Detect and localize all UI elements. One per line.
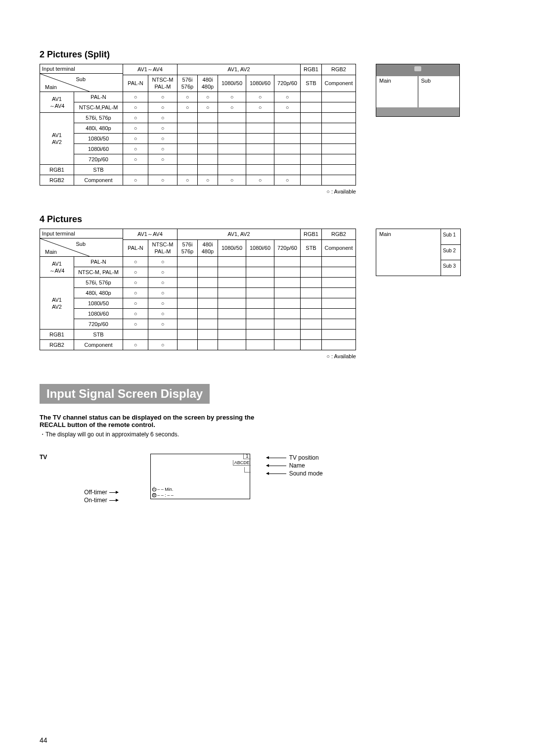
cell — [301, 330, 322, 340]
cell: AV1, AV2 — [178, 64, 301, 75]
diagram-split: Main Sub — [376, 64, 460, 117]
cell — [246, 319, 274, 330]
cell: 720p/60 — [274, 75, 301, 92]
cell: 576i 576p — [178, 75, 198, 92]
cell — [198, 319, 218, 330]
label: Off-timer — [84, 488, 107, 496]
cell — [246, 330, 274, 340]
cell: Input terminal — [40, 64, 123, 74]
cell: 480i 480p — [198, 239, 218, 256]
cell — [218, 309, 246, 319]
cell — [274, 288, 301, 298]
legend: ○ : Available — [40, 353, 356, 359]
cell: ○ — [148, 175, 178, 186]
cell — [198, 154, 218, 165]
row-label: NTSC-M, PAL-M — [74, 267, 123, 278]
cell: PAL-N — [123, 75, 148, 92]
cell: ○ — [148, 144, 178, 154]
cell: NTSC-M PAL-M — [148, 239, 178, 256]
cell — [246, 267, 274, 278]
cell — [322, 165, 356, 175]
cell — [301, 144, 322, 154]
cell: ○ — [274, 102, 301, 113]
cell: ○ — [148, 319, 178, 330]
row-group: RGB2 — [40, 175, 74, 186]
cell — [198, 144, 218, 154]
cell: ○ — [274, 92, 301, 102]
cell — [274, 113, 301, 123]
cell — [148, 165, 178, 175]
row-label: PAL-N — [74, 257, 123, 267]
cell: ○ — [148, 298, 178, 309]
cell: ○ — [246, 102, 274, 113]
cell: STB — [301, 75, 322, 92]
cell — [178, 257, 198, 267]
row-group: AV1 AV2 — [40, 113, 74, 165]
cell — [246, 340, 274, 350]
cell: Component — [322, 75, 356, 92]
cell — [274, 154, 301, 165]
cell — [322, 175, 356, 186]
cell: Component — [322, 239, 356, 256]
cell — [274, 330, 301, 340]
cell — [274, 144, 301, 154]
cell — [274, 340, 301, 350]
row-label: PAL-N — [74, 92, 123, 102]
cell — [218, 340, 246, 350]
dia-label: Sub — [418, 76, 460, 85]
cell: ○ — [178, 175, 198, 186]
cell: ○ — [218, 102, 246, 113]
cell — [322, 288, 356, 298]
section-title-four: 4 Pictures — [40, 214, 494, 225]
cell — [322, 340, 356, 350]
cell — [322, 92, 356, 102]
dia-label: Sub 2 — [441, 245, 460, 261]
cell — [301, 123, 322, 134]
cell: ○ — [148, 134, 178, 144]
osd-tv-label: TV — [40, 454, 79, 504]
cell — [301, 154, 322, 165]
cell — [198, 330, 218, 340]
cell — [274, 257, 301, 267]
cell: RGB1 — [301, 229, 322, 240]
row-label: 576i, 576p — [74, 278, 123, 288]
cell: ○ — [123, 92, 148, 102]
cell: ○ — [218, 175, 246, 186]
cell — [246, 123, 274, 134]
cell: ○ — [123, 113, 148, 123]
cell: RGB2 — [322, 64, 356, 75]
row-group: AV1 ～AV4 — [40, 257, 74, 278]
cell — [301, 102, 322, 113]
cell: ○ — [123, 288, 148, 298]
cell: ○ — [148, 267, 178, 278]
cell — [198, 165, 218, 175]
speaker-icon — [414, 66, 421, 71]
cell — [246, 288, 274, 298]
cell: ○ — [123, 340, 148, 350]
cell — [246, 298, 274, 309]
cell: RGB2 — [322, 229, 356, 240]
row-group: RGB1 — [40, 165, 74, 175]
cell — [301, 175, 322, 186]
cell — [178, 134, 198, 144]
cell: ○ — [123, 278, 148, 288]
cell: ○ — [148, 102, 178, 113]
cell — [178, 288, 198, 298]
row-label: NTSC-M,PAL-M — [74, 102, 123, 113]
cell — [198, 298, 218, 309]
cell: RGB1 — [301, 64, 322, 75]
cell — [246, 257, 274, 267]
cell: ○ — [148, 340, 178, 350]
row-group: AV1 AV2 — [40, 278, 74, 330]
cell — [218, 257, 246, 267]
cell — [274, 267, 301, 278]
cell: ○ — [274, 175, 301, 186]
cell — [178, 113, 198, 123]
cell — [178, 154, 198, 165]
cell — [178, 340, 198, 350]
table-four: Input terminal Sub Main AV1～AV4 AV1, AV2… — [40, 229, 356, 350]
cell — [322, 123, 356, 134]
row-label: Component — [74, 175, 123, 186]
cell: ○ — [148, 288, 178, 298]
legend: ○ : Available — [40, 189, 356, 194]
